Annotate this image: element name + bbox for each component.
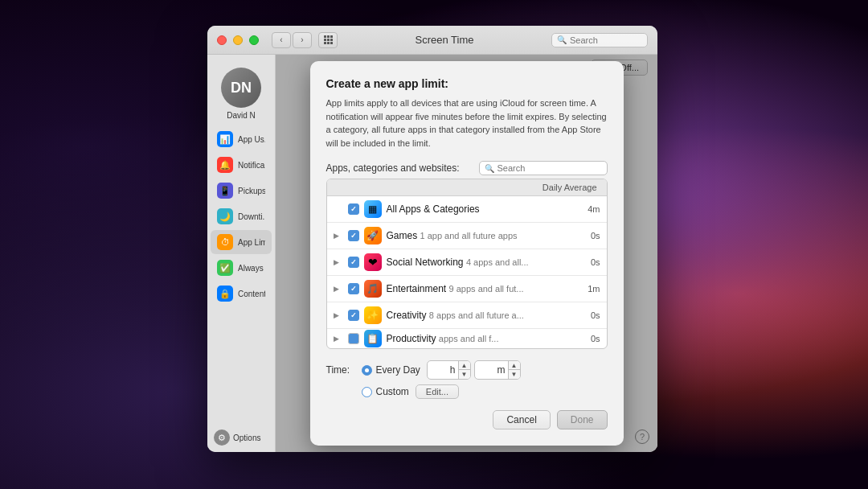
time-label: Time: [326,364,355,376]
minimize-button[interactable] [233,35,243,45]
sidebar-options[interactable]: ⚙ Options [207,423,275,452]
creativity-icon: ✨ [364,306,382,324]
apps-label-row: Apps, categories and websites: 🔍 [326,161,608,175]
create-limit-modal: Create a new app limit: App limits apply… [310,61,624,446]
hours-unit: h [450,364,458,376]
titlebar-search-input[interactable] [570,35,642,45]
row-checkbox[interactable] [348,203,359,215]
table-row[interactable]: ▶ 🚀 Games 1 app and all future apps 0s [327,223,607,249]
done-button[interactable]: Done [557,410,608,429]
expand-icon[interactable]: ▶ [334,335,343,343]
expand-icon[interactable]: ▶ [334,258,343,266]
every-day-row: Time: Every Day 0 h ▲ [326,360,608,380]
titlebar-search[interactable]: 🔍 [551,33,648,47]
modal-buttons: Cancel Done [326,410,608,429]
table-row[interactable]: ▶ ❤ Social Networking 4 apps and all... … [327,249,607,276]
notifications-icon: 🔔 [217,157,233,173]
custom-radio[interactable] [362,387,372,397]
table-row[interactable]: ▶ 📋 Productivity apps and all f... 0s [327,329,607,348]
row-time: 0s [576,334,600,343]
grid-button[interactable] [318,32,338,48]
minutes-unit: m [497,364,508,376]
content-label: Content... [238,290,265,298]
grid-icon [324,35,333,44]
back-button[interactable]: ‹ [272,32,291,48]
row-checkbox[interactable] [348,310,359,321]
app-usage-label: App Us... [238,135,265,144]
search-icon: 🔍 [557,35,567,44]
row-name: Games 1 app and all future apps [387,230,571,241]
minutes-up-button[interactable]: ▲ [509,361,520,370]
row-time: 4m [576,204,600,214]
row-name: Productivity apps and all f... [387,333,571,344]
sidebar-item-app-limits[interactable]: ⏱ App Lim... [211,230,272,254]
minutes-stepper: ▲ ▼ [508,361,520,379]
row-name: Entertainment 9 apps and all fut... [387,283,571,294]
hours-stepper: ▲ ▼ [458,361,470,379]
expand-icon[interactable]: ▶ [334,232,343,240]
avatar: DN [221,68,261,108]
hours-up-button[interactable]: ▲ [459,361,470,370]
navigation-buttons: ‹ › [272,32,312,48]
sidebar-item-pickups[interactable]: 📱 Pickups [211,179,272,203]
app-usage-icon: 📊 [217,131,233,147]
hours-input[interactable]: 0 [428,363,450,377]
table-row[interactable]: ▶ ✨ Creativity 8 apps and all future a..… [327,302,607,329]
close-button[interactable] [217,35,227,45]
app-limits-label: App Lim... [238,238,265,247]
sidebar-item-downtime[interactable]: 🌙 Downti... [211,204,272,228]
sidebar-item-app-usage[interactable]: 📊 App Us... [211,127,272,151]
edit-button[interactable]: Edit... [416,384,459,399]
games-icon: 🚀 [364,227,382,244]
daily-average-label: Daily Average [542,183,597,192]
sidebar-item-always-on[interactable]: ✅ Always ... [211,256,272,280]
modal-search-box[interactable]: 🔍 [479,161,608,175]
always-on-icon: ✅ [217,260,233,276]
sidebar-item-notifications[interactable]: 🔔 Notifica... [211,153,272,177]
titlebar: ‹ › Screen Time 🔍 [207,26,657,55]
custom-label: Custom [376,386,409,397]
forward-button[interactable]: › [293,32,312,48]
username-label: David N [207,111,275,120]
custom-option[interactable]: Custom [362,386,409,397]
minutes-input-group: 0 m ▲ ▼ [474,360,521,380]
every-day-radio[interactable] [362,365,372,376]
time-inputs: 0 h ▲ ▼ 0 m [427,360,521,380]
hours-down-button[interactable]: ▼ [459,370,470,379]
notifications-label: Notifica... [238,161,265,170]
row-checkbox[interactable] [348,230,359,241]
modal-description: App limits apply to all devices that are… [326,97,608,150]
window-body: DN David N 📊 App Us... 🔔 Notifica... 📱 P… [207,55,657,452]
row-time: 0s [576,257,600,267]
every-day-option[interactable]: Every Day [362,364,420,376]
time-section: Time: Every Day 0 h ▲ [326,360,608,399]
app-limits-icon: ⏱ [217,234,233,250]
hours-input-group: 0 h ▲ ▼ [427,360,471,380]
row-checkbox[interactable] [348,257,359,268]
sidebar-item-content[interactable]: 🔒 Content... [211,281,272,306]
row-checkbox[interactable] [348,283,359,294]
main-window: ‹ › Screen Time 🔍 DN David N 📊 App Us... [207,26,657,452]
pickups-icon: 📱 [217,183,233,199]
minutes-input[interactable]: 0 [475,363,497,377]
row-checkbox[interactable] [348,333,359,344]
row-time: 1m [576,284,600,294]
cancel-button[interactable]: Cancel [493,410,550,429]
window-title: Screen Time [344,34,545,46]
modal-overlay: Create a new app limit: App limits apply… [276,55,657,452]
row-name: Social Networking 4 apps and all... [387,257,571,268]
modal-search-input[interactable] [497,163,594,173]
table-row[interactable]: ▶ 🎵 Entertainment 9 apps and all fut... … [327,276,607,302]
every-day-label: Every Day [376,364,420,376]
expand-icon[interactable]: ▶ [334,285,343,293]
modal-title: Create a new app limit: [326,77,608,90]
content-icon: 🔒 [217,286,233,302]
all-apps-icon: ▦ [364,200,382,218]
row-name: All Apps & Categories [387,203,571,215]
maximize-button[interactable] [249,35,259,45]
minutes-down-button[interactable]: ▼ [509,370,520,379]
table-row[interactable]: ▦ All Apps & Categories 4m [327,196,607,223]
custom-row: Custom Edit... [326,384,608,399]
expand-icon[interactable]: ▶ [334,311,343,319]
main-content: Turn Off... Create a new app limit: App … [276,55,657,452]
